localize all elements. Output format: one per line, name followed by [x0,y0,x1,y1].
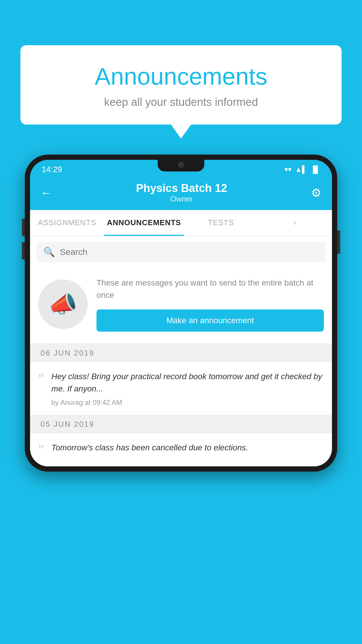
date-label-2: 05 JUN 2019 [41,420,94,429]
announcement-prompt: 📣 These are messages you want to send to… [30,268,332,344]
app-header: ← Physics Batch 12 Owner ⚙ [30,177,332,210]
announcement-content-1: Hey class! Bring your practical record b… [51,370,324,407]
search-input[interactable] [60,247,319,257]
quote-icon-2: " [38,443,44,458]
tab-tests[interactable]: TESTS [184,210,258,235]
quote-icon-1: " [38,372,44,387]
megaphone-icon: 📣 [48,290,78,318]
speech-bubble: Announcements keep all your students inf… [20,45,342,125]
date-separator-2: 05 JUN 2019 [30,415,332,433]
date-separator-1: 06 JUN 2019 [30,344,332,362]
announcement-text-1: Hey class! Bring your practical record b… [51,370,324,395]
batch-subtitle: Owner [136,195,227,204]
header-center: Physics Batch 12 Owner [136,182,227,204]
volume-down-button[interactable] [22,242,25,260]
power-button[interactable] [337,230,340,254]
phone-wrapper: 14:29 ▾▾ ▲▌ ▐▌ ← Physics Batch 12 Owner … [25,155,337,472]
search-bar[interactable]: 🔍 [36,242,326,262]
bubble-title: Announcements [35,63,327,90]
status-time: 14:29 [42,165,62,174]
tabs-bar: ASSIGNMENTS ANNOUNCEMENTS TESTS › [30,210,332,236]
make-announcement-button[interactable]: Make an announcement [96,309,324,332]
bubble-subtitle: keep all your students informed [35,96,327,108]
status-icons: ▾▾ ▲▌ ▐▌ [284,165,320,174]
phone-device: 14:29 ▾▾ ▲▌ ▐▌ ← Physics Batch 12 Owner … [25,155,337,472]
signal-icon: ▲▌ [295,165,307,174]
volume-up-button[interactable] [22,219,25,236]
phone-screen: 14:29 ▾▾ ▲▌ ▐▌ ← Physics Batch 12 Owner … [30,160,332,466]
speech-bubble-container: Announcements keep all your students inf… [20,45,342,125]
tab-assignments[interactable]: ASSIGNMENTS [30,210,104,235]
search-icon: 🔍 [43,246,55,258]
announcement-meta-1: by Anurag at 09:42 AM [51,398,324,407]
phone-camera [178,162,184,168]
batch-title: Physics Batch 12 [136,182,227,195]
megaphone-circle: 📣 [38,279,88,329]
battery-icon: ▐▌ [310,165,320,174]
prompt-right: These are messages you want to send to t… [96,277,324,332]
date-label-1: 06 JUN 2019 [41,349,94,358]
announcement-content-2: Tomorrow's class has been cancelled due … [51,442,248,457]
tab-more[interactable]: › [258,210,332,235]
wifi-icon: ▾▾ [284,165,291,174]
announcement-item-2[interactable]: " Tomorrow's class has been cancelled du… [30,433,332,466]
announcement-text-2: Tomorrow's class has been cancelled due … [51,442,248,454]
prompt-description: These are messages you want to send to t… [96,277,324,301]
back-arrow-icon[interactable]: ← [41,186,52,200]
announcement-item-1[interactable]: " Hey class! Bring your practical record… [30,362,332,415]
tab-announcements[interactable]: ANNOUNCEMENTS [104,210,184,235]
settings-icon[interactable]: ⚙ [311,186,321,200]
